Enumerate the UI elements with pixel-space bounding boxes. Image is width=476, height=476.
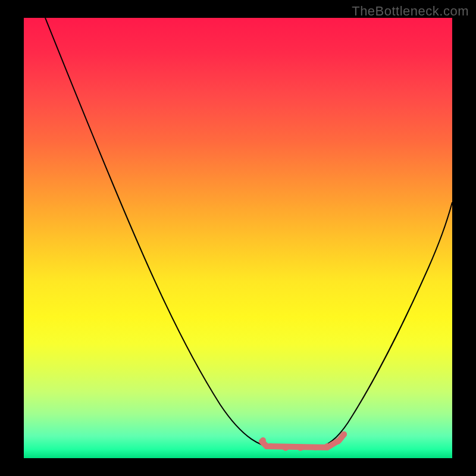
marker-dot xyxy=(260,437,266,443)
marker-dot xyxy=(335,439,341,444)
bottleneck-curve-line xyxy=(45,18,452,448)
marker-dot xyxy=(268,443,274,449)
chart-svg xyxy=(24,18,452,458)
watermark-text: TheBottleneck.com xyxy=(352,4,469,19)
chart-plot-area xyxy=(24,18,452,458)
marker-dot xyxy=(324,443,330,449)
marker-dot xyxy=(312,444,318,450)
marker-dot xyxy=(283,445,289,451)
marker-dot xyxy=(341,431,347,437)
marker-dot xyxy=(298,445,303,451)
